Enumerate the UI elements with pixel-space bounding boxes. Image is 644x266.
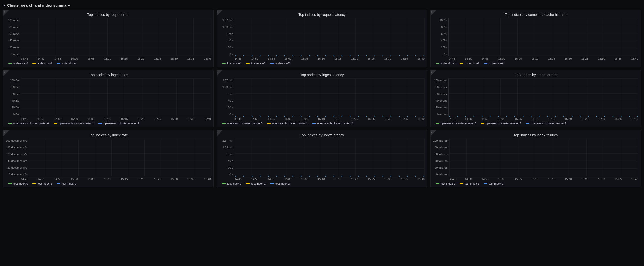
y-tick: 20% bbox=[441, 46, 447, 49]
x-tick: 14:50 bbox=[465, 57, 472, 60]
legend-item[interactable]: test-index-1 bbox=[460, 62, 479, 65]
panel-p2[interactable]: Top indices by request latency1.67 min1.… bbox=[217, 10, 427, 67]
info-icon[interactable] bbox=[217, 10, 222, 16]
y-tick: 80 req/s bbox=[9, 26, 19, 29]
panel-title: Top indices by combined cache hit ratio bbox=[433, 12, 638, 18]
y-tick: 80 documents/s bbox=[7, 146, 27, 149]
chart-canvas[interactable] bbox=[235, 78, 425, 116]
info-icon[interactable] bbox=[3, 130, 9, 136]
info-icon[interactable] bbox=[217, 130, 222, 136]
y-tick: 60 req/s bbox=[9, 32, 19, 35]
x-tick: 15:40 bbox=[204, 117, 211, 120]
chart-canvas[interactable] bbox=[448, 78, 638, 116]
legend-item[interactable]: opensearch-cluster-master-1 bbox=[481, 122, 522, 125]
info-icon[interactable] bbox=[3, 70, 9, 76]
panel-p3[interactable]: Top indices by combined cache hit ratio1… bbox=[430, 10, 641, 67]
legend-item[interactable]: test-index-2 bbox=[484, 182, 503, 185]
chart-canvas[interactable] bbox=[449, 139, 638, 176]
legend-item[interactable]: test-index-0 bbox=[222, 182, 241, 185]
legend-item[interactable]: test-index-0 bbox=[222, 62, 241, 65]
chart-canvas[interactable] bbox=[448, 18, 638, 56]
panel-p7[interactable]: Top indices by index rate100 documents/s… bbox=[3, 130, 214, 187]
legend-label: opensearch-cluster-master-2 bbox=[104, 122, 139, 125]
legend-item[interactable]: test-index-0 bbox=[436, 182, 455, 185]
plot-area[interactable]: 1.67 min1.33 min1 min40 s20 s0 s bbox=[219, 78, 425, 116]
legend-item[interactable]: opensearch-cluster-master-1 bbox=[54, 122, 94, 125]
legend-item[interactable]: test-index-0 bbox=[8, 62, 28, 65]
plot-area[interactable]: 100%80%60%40%20%0% bbox=[433, 18, 638, 56]
plot-area[interactable]: 1.67 min1.33 min1 min40 s20 s0 s bbox=[219, 18, 425, 56]
plot-area[interactable]: 1.67 min1.33 min1 min40 s20 s0 s bbox=[219, 139, 425, 176]
legend-item[interactable]: test-index-2 bbox=[484, 62, 503, 65]
legend-item[interactable]: opensearch-cluster-master-0 bbox=[436, 122, 476, 125]
plot-area[interactable]: 100 failures80 failures60 failures40 fai… bbox=[433, 139, 638, 176]
info-icon[interactable] bbox=[3, 10, 9, 16]
v-gridlines bbox=[21, 18, 211, 56]
info-icon[interactable] bbox=[431, 10, 436, 16]
legend-item[interactable]: opensearch-cluster-master-0 bbox=[8, 122, 49, 125]
legend-item[interactable]: test-index-2 bbox=[57, 182, 76, 185]
info-icon[interactable] bbox=[217, 70, 222, 76]
y-tick: 0 s bbox=[229, 53, 233, 56]
legend-swatch bbox=[484, 63, 487, 64]
panel-p6[interactable]: Top nodes by ingest errors100 errors80 e… bbox=[430, 70, 641, 127]
legend-item[interactable]: opensearch-cluster-master-0 bbox=[222, 122, 263, 125]
legend: test-index-0test-index-1test-index-2 bbox=[219, 61, 425, 65]
x-tick: 14:55 bbox=[482, 57, 489, 60]
y-tick: 0% bbox=[443, 53, 447, 56]
panel-p9[interactable]: Top indices by index failures100 failure… bbox=[430, 130, 641, 187]
x-tick: 15:30 bbox=[384, 117, 391, 120]
legend-swatch bbox=[8, 183, 12, 184]
chart-canvas[interactable] bbox=[235, 18, 425, 56]
y-axis: 1.67 min1.33 min1 min40 s20 s0 s bbox=[219, 18, 235, 56]
legend-item[interactable]: test-index-2 bbox=[57, 62, 76, 65]
chart-canvas[interactable] bbox=[21, 18, 211, 56]
x-tick: 15:05 bbox=[515, 178, 522, 181]
info-icon[interactable] bbox=[431, 70, 436, 76]
panel-p8[interactable]: Top indices by index latency1.67 min1.33… bbox=[217, 130, 427, 187]
legend-label: opensearch-cluster-master-1 bbox=[272, 122, 308, 125]
legend-label: test-index-2 bbox=[275, 182, 290, 185]
y-tick: 40 s bbox=[228, 99, 233, 102]
plot-area[interactable]: 100 errors80 errors60 errors40 errors20 … bbox=[433, 78, 638, 116]
legend-label: test-index-1 bbox=[251, 62, 265, 65]
legend-item[interactable]: test-index-1 bbox=[32, 182, 52, 185]
row-header[interactable]: Cluster search and index summary bbox=[3, 2, 641, 10]
x-tick: 15:15 bbox=[334, 178, 341, 181]
panel-p4[interactable]: Top nodes by ingest rate100 B/s80 B/s60 … bbox=[3, 70, 214, 127]
plot-area[interactable]: 100 B/s80 B/s60 B/s40 B/s20 B/s0 B/s bbox=[6, 78, 211, 116]
data-points bbox=[235, 175, 425, 177]
legend-item[interactable]: opensearch-cluster-master-2 bbox=[312, 122, 353, 125]
y-tick: 80 B/s bbox=[12, 86, 19, 89]
x-tick: 14:50 bbox=[38, 178, 45, 181]
x-tick: 15:25 bbox=[581, 57, 588, 60]
info-icon[interactable] bbox=[431, 130, 436, 136]
legend-item[interactable]: opensearch-cluster-master-2 bbox=[526, 122, 566, 125]
panel-p5[interactable]: Top nodes by ingest latency1.67 min1.33 … bbox=[217, 70, 427, 127]
x-tick: 15:10 bbox=[104, 57, 111, 60]
legend-item[interactable]: test-index-1 bbox=[32, 62, 52, 65]
data-points bbox=[235, 55, 425, 57]
legend-item[interactable]: test-index-0 bbox=[436, 62, 455, 65]
chart-canvas[interactable] bbox=[235, 139, 425, 176]
x-tick: 15:05 bbox=[515, 57, 522, 60]
panel-title: Top nodes by ingest errors bbox=[433, 72, 638, 78]
legend-item[interactable]: opensearch-cluster-master-2 bbox=[98, 122, 139, 125]
plot-area[interactable]: 100 req/s80 req/s60 req/s40 req/s20 req/… bbox=[6, 18, 211, 56]
legend-item[interactable]: test-index-1 bbox=[460, 182, 479, 185]
plot-area[interactable]: 100 documents/s80 documents/s60 document… bbox=[6, 139, 211, 176]
y-tick: 0 s bbox=[229, 173, 233, 176]
legend-item[interactable]: test-index-1 bbox=[246, 182, 265, 185]
legend-item[interactable]: opensearch-cluster-master-1 bbox=[267, 122, 308, 125]
x-tick: 15:00 bbox=[285, 178, 292, 181]
legend-item[interactable]: test-index-2 bbox=[270, 182, 290, 185]
legend-item[interactable]: test-index-2 bbox=[270, 62, 290, 65]
x-tick: 15:20 bbox=[137, 178, 144, 181]
panel-p1[interactable]: Top indices by request rate100 req/s80 r… bbox=[3, 10, 214, 67]
chart-canvas[interactable] bbox=[29, 139, 211, 176]
legend-item[interactable]: test-index-0 bbox=[8, 182, 28, 185]
x-tick: 15:15 bbox=[548, 57, 555, 60]
chart-canvas[interactable] bbox=[21, 78, 211, 116]
legend-item[interactable]: test-index-1 bbox=[246, 62, 265, 65]
x-tick: 14:45 bbox=[235, 117, 242, 120]
